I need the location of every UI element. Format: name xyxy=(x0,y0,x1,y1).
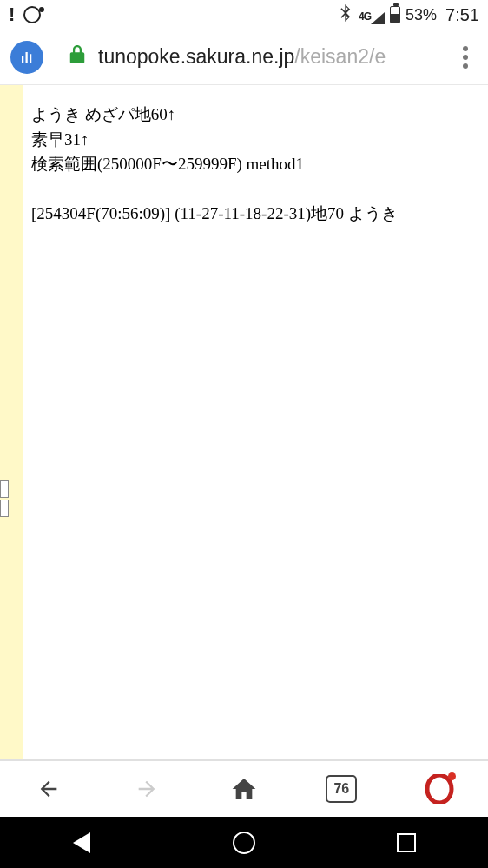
system-nav-bar xyxy=(0,817,488,868)
edge-box[interactable] xyxy=(0,480,9,498)
battery-icon xyxy=(390,6,400,23)
svg-rect-0 xyxy=(22,56,23,63)
svg-rect-1 xyxy=(26,52,28,63)
svg-point-3 xyxy=(427,775,452,803)
content-line: ようき めざパ地60↑ xyxy=(31,103,398,128)
home-button[interactable] xyxy=(225,770,263,808)
battery-percent: 53% xyxy=(406,6,437,24)
content-line: [254304F(70:56:09)] (11-27-11-18-22-31)地… xyxy=(31,202,398,227)
menu-button[interactable] xyxy=(453,46,478,69)
left-margin xyxy=(0,85,23,759)
edge-controls xyxy=(0,480,9,519)
web-content[interactable]: ようき めざパ地60↑ 素早31↑ 検索範囲(250000F〜259999F) … xyxy=(0,85,488,759)
download-icon xyxy=(23,6,41,23)
system-back-button[interactable] xyxy=(47,825,116,860)
browser-toolbar: 76 xyxy=(0,759,488,817)
content-line: 素早31↑ xyxy=(31,128,398,153)
page-text: ようき めざパ地60↑ 素早31↑ 検索範囲(250000F〜259999F) … xyxy=(23,85,406,759)
opera-menu-button[interactable] xyxy=(420,770,458,808)
system-recents-button[interactable] xyxy=(372,825,441,860)
forward-button[interactable] xyxy=(128,770,166,808)
status-bar: ! 4G 53% 7:51 xyxy=(0,0,488,30)
url-bar: tunopoke.sakura.ne.jp/keisan2/e xyxy=(0,30,488,85)
network-indicator: 4G xyxy=(359,6,385,24)
content-line: 検索範囲(250000F〜259999F) method1 xyxy=(31,152,398,177)
site-icon[interactable] xyxy=(10,41,43,74)
bluetooth-icon xyxy=(340,4,353,26)
back-button[interactable] xyxy=(30,770,68,808)
lock-icon[interactable] xyxy=(69,45,86,70)
tabs-button[interactable]: 76 xyxy=(322,770,360,808)
url-divider xyxy=(56,40,56,75)
priority-icon: ! xyxy=(9,3,15,26)
system-home-button[interactable] xyxy=(209,825,279,860)
clock: 7:51 xyxy=(445,5,479,25)
notification-dot xyxy=(448,772,456,780)
url-input[interactable]: tunopoke.sakura.ne.jp/keisan2/e xyxy=(98,45,441,69)
svg-rect-2 xyxy=(30,54,31,63)
edge-box[interactable] xyxy=(0,500,9,517)
